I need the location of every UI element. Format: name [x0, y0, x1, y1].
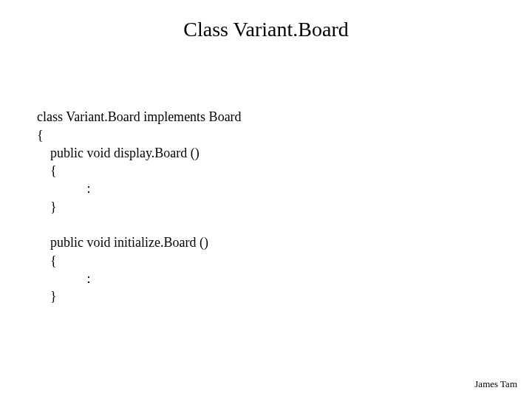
code-line: :: [37, 181, 91, 196]
code-line: }: [37, 289, 57, 304]
slide-title: Class Variant.Board: [0, 18, 532, 41]
code-line: class Variant.Board implements Board: [37, 109, 242, 124]
code-line: public void display.Board (): [37, 146, 200, 160]
slide: Class Variant.Board class Variant.Board …: [0, 0, 532, 399]
code-line: :: [37, 271, 91, 286]
code-line: public void initialize.Board (): [37, 235, 208, 250]
code-line: }: [37, 200, 57, 214]
code-line: {: [37, 253, 57, 268]
footer-author: James Tam: [474, 378, 517, 390]
code-line: {: [37, 163, 57, 178]
code-block: class Variant.Board implements Board { p…: [37, 90, 242, 324]
code-line: {: [37, 128, 44, 143]
